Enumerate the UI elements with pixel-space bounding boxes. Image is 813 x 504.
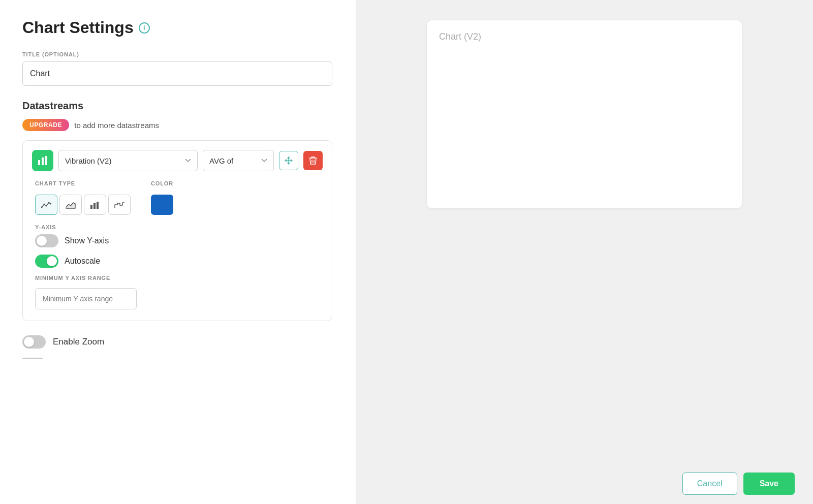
show-y-axis-row: Show Y-axis [35, 234, 323, 247]
footer: Cancel Save [0, 463, 813, 504]
chart-type-step[interactable] [108, 195, 131, 215]
chart-type-label: CHART TYPE [35, 180, 131, 186]
svg-point-6 [48, 202, 50, 204]
datastream-select[interactable]: Vibration (V2) [58, 150, 198, 171]
chart-type-line[interactable] [35, 195, 57, 215]
min-y-input[interactable] [35, 288, 137, 309]
svg-rect-1 [42, 158, 44, 165]
enable-zoom-row: Enable Zoom [22, 335, 333, 349]
svg-point-4 [44, 204, 45, 205]
autoscale-row: Autoscale [35, 255, 323, 268]
avg-select[interactable]: AVG of [203, 150, 274, 171]
chart-type-buttons [35, 195, 131, 215]
preview-subtitle-text: (V2) [464, 32, 481, 42]
svg-point-5 [46, 205, 47, 207]
left-panel: Chart Settings i TITLE (OPTIONAL) Datast… [0, 0, 356, 504]
svg-rect-0 [38, 160, 40, 165]
enable-zoom-toggle[interactable] [22, 335, 46, 349]
chart-type-section: CHART TYPE [35, 180, 131, 215]
chart-type-area[interactable] [59, 195, 82, 215]
bar-chart-type-icon [90, 201, 100, 209]
area-chart-icon [66, 201, 76, 209]
show-y-axis-label: Show Y-axis [65, 236, 109, 245]
cancel-button[interactable]: Cancel [682, 472, 737, 495]
move-icon [284, 156, 293, 165]
line-chart-icon [41, 201, 51, 209]
y-axis-label: Y-AXIS [35, 224, 323, 230]
svg-rect-2 [45, 156, 47, 165]
page-title-text: Chart Settings [22, 18, 134, 37]
bar-chart-icon [37, 155, 48, 166]
datastreams-title: Datastreams [22, 100, 333, 112]
svg-rect-8 [90, 205, 92, 209]
chart-type-bar[interactable] [84, 195, 106, 215]
upgrade-row: UPGRADE to add more datastreams [22, 119, 333, 131]
autoscale-toggle[interactable] [35, 255, 58, 268]
show-y-axis-toggle[interactable] [35, 234, 58, 247]
upgrade-text: to add more datastreams [74, 121, 159, 130]
move-button[interactable] [279, 151, 298, 170]
info-icon[interactable]: i [139, 22, 150, 34]
page-title: Chart Settings i [22, 18, 333, 37]
right-panel: Chart (V2) [356, 0, 813, 504]
y-axis-section: Y-AXIS Show Y-axis Autoscale MINIMUM Y A… [32, 224, 323, 309]
enable-zoom-label: Enable Zoom [53, 337, 104, 347]
save-button[interactable]: Save [743, 472, 795, 495]
min-y-label: MINIMUM Y AXIS RANGE [35, 275, 323, 281]
main-layout: Chart Settings i TITLE (OPTIONAL) Datast… [0, 0, 813, 504]
color-section: COLOR [151, 180, 173, 215]
datastream-row: Vibration (V2) AVG of [32, 150, 323, 171]
title-label: TITLE (OPTIONAL) [22, 51, 333, 57]
autoscale-label: Autoscale [65, 257, 100, 266]
divider [22, 358, 43, 359]
color-picker-button[interactable] [151, 195, 173, 215]
trash-icon [309, 156, 317, 165]
upgrade-badge[interactable]: UPGRADE [22, 119, 69, 131]
datastream-icon [32, 150, 53, 171]
svg-rect-10 [97, 202, 99, 209]
step-chart-icon [114, 201, 124, 209]
title-input[interactable] [22, 61, 332, 86]
delete-button[interactable] [303, 151, 323, 170]
preview-title-main: Chart [439, 32, 461, 42]
preview-card: Chart (V2) [427, 20, 742, 208]
color-label: COLOR [151, 180, 173, 186]
svg-rect-9 [93, 203, 96, 209]
preview-title: Chart (V2) [439, 32, 730, 42]
chart-type-color-row: CHART TYPE [32, 180, 323, 215]
datastream-card: Vibration (V2) AVG of [22, 140, 332, 321]
